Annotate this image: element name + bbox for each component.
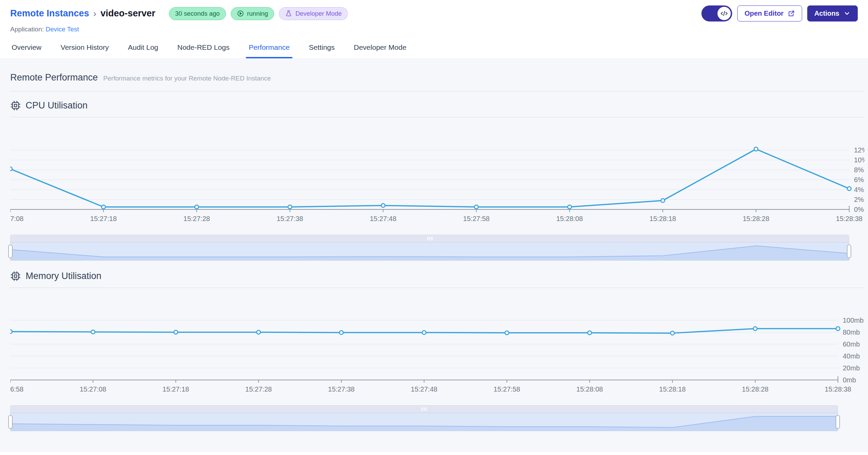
developer-mode-badge: Developer Mode: [279, 7, 348, 20]
memory-chart-zoom-navigator: [10, 405, 838, 431]
svg-text:0mb: 0mb: [843, 376, 856, 384]
svg-text:15:27:48: 15:27:48: [411, 385, 438, 393]
grip-icon: [422, 407, 427, 411]
open-editor-label: Open Editor: [744, 10, 783, 17]
svg-text:12%: 12%: [854, 146, 865, 154]
svg-text:15:28:38: 15:28:38: [836, 215, 863, 222]
code-icon: [720, 10, 728, 17]
tab-version-history[interactable]: Version History: [60, 40, 110, 58]
divider: [10, 288, 865, 288]
cpu-section-title: CPU Utilisation: [26, 100, 88, 111]
svg-text:15:28:28: 15:28:28: [742, 385, 769, 393]
navigator-left-handle[interactable]: [8, 245, 13, 258]
svg-text:20mb: 20mb: [843, 364, 860, 372]
tab-bar: Overview Version History Audit Log Node-…: [10, 40, 858, 58]
last-seen-text: 30 seconds ago: [175, 10, 220, 17]
last-seen-badge: 30 seconds ago: [169, 7, 226, 20]
tab-performance[interactable]: Performance: [248, 40, 290, 58]
actions-button[interactable]: Actions: [807, 5, 858, 21]
svg-text:15:27:58: 15:27:58: [494, 385, 520, 393]
cpu-chart: 7:0815:27:1815:27:2815:27:3815:27:4815:2…: [10, 135, 865, 223]
running-status-text: running: [247, 10, 268, 17]
running-status-badge: running: [231, 7, 274, 20]
svg-text:40mb: 40mb: [843, 352, 860, 360]
tab-settings[interactable]: Settings: [308, 40, 336, 58]
svg-text:15:27:18: 15:27:18: [162, 385, 189, 393]
cpu-chip-icon: [10, 100, 21, 111]
memory-chart: 6:5815:27:0815:27:1815:27:2815:27:3815:2…: [10, 306, 865, 394]
svg-text:80mb: 80mb: [843, 328, 860, 336]
memory-section-heading: Memory Utilisation: [10, 271, 865, 281]
divider: [10, 91, 865, 91]
svg-text:6:58: 6:58: [10, 385, 24, 393]
play-circle-icon: [237, 10, 244, 17]
breadcrumb-separator-icon: ›: [93, 8, 96, 19]
svg-text:15:27:58: 15:27:58: [463, 215, 490, 222]
navigator-track[interactable]: [10, 413, 838, 431]
svg-text:15:28:08: 15:28:08: [556, 215, 583, 222]
open-editor-button[interactable]: Open Editor: [737, 5, 802, 21]
page-header: Remote Instances › video-server 30 secon…: [0, 0, 868, 59]
chevron-down-icon: [843, 10, 851, 17]
svg-text:15:28:38: 15:28:38: [825, 385, 851, 393]
application-label: Application:: [10, 26, 44, 33]
svg-text:15:27:38: 15:27:38: [328, 385, 355, 393]
header-controls: Open Editor Actions: [701, 5, 858, 21]
svg-text:15:28:18: 15:28:18: [659, 385, 686, 393]
developer-mode-text: Developer Mode: [295, 10, 342, 17]
page-title: Remote Performance: [10, 72, 98, 83]
svg-text:15:27:28: 15:27:28: [183, 215, 210, 222]
svg-text:8%: 8%: [854, 166, 864, 174]
actions-label: Actions: [814, 10, 839, 17]
tab-node-red-logs[interactable]: Node-RED Logs: [177, 40, 230, 58]
svg-text:2%: 2%: [854, 196, 864, 203]
memory-chip-icon: [10, 271, 21, 281]
svg-text:15:27:48: 15:27:48: [370, 215, 397, 222]
cpu-chart-zoom-navigator: [10, 235, 849, 261]
cpu-section-heading: CPU Utilisation: [10, 100, 865, 111]
toggle-knob: [717, 7, 731, 20]
breadcrumb-remote-instances-link[interactable]: Remote Instances: [10, 8, 89, 19]
navigator-right-handle[interactable]: [836, 415, 840, 429]
svg-text:7:08: 7:08: [10, 215, 24, 222]
svg-text:15:28:18: 15:28:18: [650, 215, 676, 222]
tab-developer-mode[interactable]: Developer Mode: [353, 40, 407, 58]
tab-overview[interactable]: Overview: [11, 40, 42, 58]
svg-text:15:27:28: 15:27:28: [245, 385, 272, 393]
instance-name: video-server: [100, 8, 155, 19]
svg-text:0%: 0%: [854, 206, 864, 213]
application-line: Application: Device Test: [10, 26, 858, 33]
navigator-drag-bar[interactable]: [10, 405, 838, 413]
grip-icon: [427, 237, 432, 240]
memory-section-title: Memory Utilisation: [26, 271, 101, 281]
navigator-track[interactable]: [10, 242, 849, 261]
svg-text:15:27:08: 15:27:08: [80, 385, 106, 393]
svg-text:15:28:28: 15:28:28: [743, 215, 769, 222]
navigator-right-handle[interactable]: [847, 245, 851, 258]
performance-panel: Remote Performance Performance metrics f…: [0, 59, 868, 452]
svg-text:15:27:38: 15:27:38: [276, 215, 303, 222]
divider: [10, 117, 865, 117]
svg-text:6%: 6%: [854, 176, 864, 184]
navigator-drag-bar[interactable]: [10, 235, 849, 242]
developer-mode-toggle[interactable]: [701, 5, 732, 21]
flask-icon: [285, 10, 292, 17]
svg-text:10%: 10%: [854, 156, 865, 164]
svg-text:100mb: 100mb: [843, 317, 864, 324]
svg-text:4%: 4%: [854, 186, 864, 193]
application-link[interactable]: Device Test: [46, 26, 79, 33]
svg-text:60mb: 60mb: [843, 340, 860, 348]
tab-audit-log[interactable]: Audit Log: [127, 40, 159, 58]
status-badges: 30 seconds ago running Developer Mode: [169, 7, 348, 20]
external-link-icon: [788, 10, 795, 17]
navigator-left-handle[interactable]: [8, 415, 13, 429]
svg-text:15:28:08: 15:28:08: [577, 385, 603, 393]
svg-text:15:27:18: 15:27:18: [90, 215, 117, 222]
breadcrumb: Remote Instances › video-server: [10, 8, 155, 19]
page-subtitle: Performance metrics for your Remote Node…: [103, 75, 271, 82]
